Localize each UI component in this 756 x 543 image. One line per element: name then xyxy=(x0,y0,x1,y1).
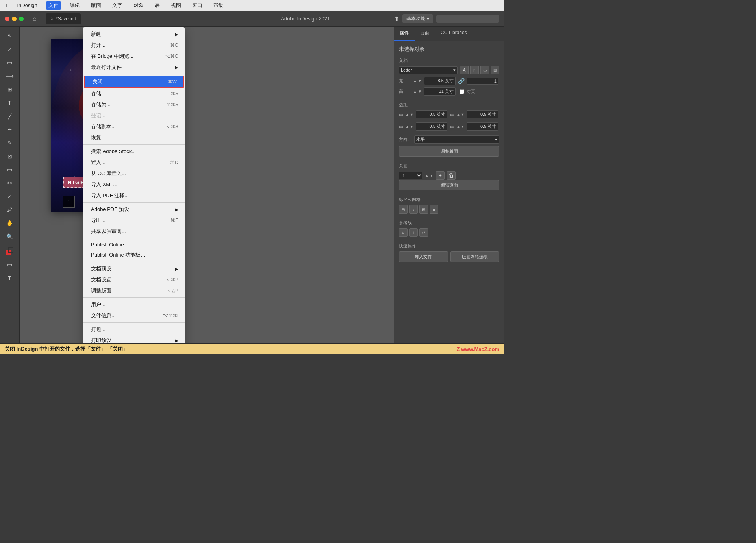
menu-export[interactable]: 导出...⌘E xyxy=(83,215,185,226)
ruler-icon[interactable]: ⊟ xyxy=(399,205,408,214)
guide-icon-3[interactable]: ↵ xyxy=(419,228,428,237)
layout-grid-btn[interactable]: 版面网格选项 xyxy=(450,251,500,262)
page-delete-btn[interactable]: 🗑 xyxy=(447,171,456,180)
margin-top-value[interactable]: 0.5 英寸 xyxy=(416,110,447,118)
menu-print-presets[interactable]: 打印预设▶ xyxy=(83,335,185,343)
preview-mode-btn[interactable]: T xyxy=(4,272,16,284)
pencil-tool[interactable]: ✎ xyxy=(4,137,16,149)
menu-share-review[interactable]: 共享以供审阅... xyxy=(83,226,185,237)
tab-close-btn[interactable]: ✕ xyxy=(50,17,54,21)
menu-recent[interactable]: 最近打开文件▶ xyxy=(83,62,185,73)
tab-cc-libraries[interactable]: CC Libraries xyxy=(435,27,472,41)
menu-doc-presets[interactable]: 文档预设▶ xyxy=(83,263,185,274)
menu-open[interactable]: 打开...⌘O xyxy=(83,40,185,51)
menu-import-pdf[interactable]: 导入 PDF 注释... xyxy=(83,190,185,201)
menu-save-copy[interactable]: 存储副本...⌥⌘S xyxy=(83,121,185,132)
hand-tool[interactable]: ✋ xyxy=(4,217,16,229)
menubar-object[interactable]: 对象 xyxy=(131,1,146,10)
free-transform-tool[interactable]: ⤢ xyxy=(4,190,16,202)
menu-close[interactable]: 关闭⌘W xyxy=(84,76,184,88)
menu-publish-online-dashboard[interactable]: Publish Online 功能板... xyxy=(83,249,185,260)
document-tab[interactable]: ✕ *Save.ind xyxy=(46,13,81,24)
direct-select-tool[interactable]: ↗ xyxy=(4,43,16,55)
menubar-table[interactable]: 表 xyxy=(152,1,162,10)
normal-view-btn[interactable]: ▭ xyxy=(4,259,16,271)
spread-icon[interactable]: ⊟ xyxy=(491,66,499,74)
facing-pages-checkbox[interactable] xyxy=(460,89,464,94)
canvas-area[interactable]: NIGHTWALK GUIDE 1 新建▶ 打开...⌘O 在 Bridge 中… xyxy=(20,27,394,343)
menubar-window[interactable]: 窗口 xyxy=(190,1,205,10)
link-icon[interactable]: 🔗 xyxy=(458,78,465,84)
menu-place-cc[interactable]: 从 CC 库置入... xyxy=(83,168,185,179)
type-tool[interactable]: T xyxy=(4,97,16,109)
page-add-btn[interactable]: + xyxy=(436,171,445,180)
menu-new[interactable]: 新建▶ xyxy=(83,29,185,40)
import-file-btn[interactable]: 导入文件 xyxy=(399,251,448,262)
menu-save-as[interactable]: 存储为...⇧⌘S xyxy=(83,99,185,110)
menubar-view[interactable]: 视图 xyxy=(169,1,183,10)
tab-pages[interactable]: 页面 xyxy=(415,27,435,41)
menubar-layout[interactable]: 版面 xyxy=(89,1,104,10)
tab-properties[interactable]: 属性 xyxy=(394,27,415,41)
letter-icon[interactable]: A xyxy=(460,66,469,74)
width-up-arrow[interactable]: ▲ xyxy=(413,79,417,83)
guide-icon-2[interactable]: + xyxy=(409,228,418,237)
direction-select[interactable]: 水平 ▾ xyxy=(414,135,499,144)
edit-page-btn[interactable]: 编辑页面 xyxy=(399,180,499,190)
eyedropper-tool[interactable]: 🖊 xyxy=(4,204,16,216)
grid-icon-3[interactable]: ≡ xyxy=(430,205,438,214)
line-tool[interactable]: ╱ xyxy=(4,110,16,122)
pages-value[interactable]: 1 xyxy=(467,78,498,85)
minimize-traffic-light[interactable] xyxy=(12,17,17,21)
height-up-arrow[interactable]: ▲ xyxy=(413,89,417,94)
grid-icon-2[interactable]: ⊞ xyxy=(419,205,428,214)
menu-revert[interactable]: 恢复 xyxy=(83,132,185,143)
rectangle-frame-tool[interactable]: ⊠ xyxy=(4,150,16,162)
menu-user[interactable]: 用户... xyxy=(83,299,185,310)
maximize-traffic-light[interactable] xyxy=(19,17,24,21)
menu-file-info[interactable]: 文件信息...⌥⇧⌘I xyxy=(83,310,185,321)
search-input[interactable] xyxy=(436,15,499,23)
menubar-indesign[interactable]: InDesign xyxy=(15,2,39,9)
portrait-icon[interactable]: ▯ xyxy=(470,66,479,74)
zoom-tool[interactable]: 🔍 xyxy=(4,231,16,242)
apple-logo[interactable]:  xyxy=(5,2,7,9)
page-tool[interactable]: ▭ xyxy=(4,57,16,68)
menu-adjust-layout[interactable]: 调整版面...⌥△P xyxy=(83,285,185,296)
margin-left-value[interactable]: 0.5 英寸 xyxy=(467,122,498,131)
select-tool[interactable]: ↖ xyxy=(4,30,16,42)
margin-right-value[interactable]: 0.5 英寸 xyxy=(467,110,498,118)
share-icon[interactable]: ⬆ xyxy=(394,15,399,22)
height-value[interactable]: 11 英寸 xyxy=(424,87,456,96)
width-value[interactable]: 8.5 英寸 xyxy=(424,77,456,85)
workspace-selector[interactable]: 基本功能 ▾ xyxy=(402,14,433,23)
width-down-arrow[interactable]: ▼ xyxy=(418,79,422,83)
menu-bridge[interactable]: 在 Bridge 中浏览...⌥⌘O xyxy=(83,51,185,62)
menu-pdf-presets[interactable]: Adobe PDF 预设▶ xyxy=(83,204,185,215)
menu-package[interactable]: 打包... xyxy=(83,324,185,335)
close-traffic-light[interactable] xyxy=(5,17,9,21)
margin-bottom-value[interactable]: 0.5 英寸 xyxy=(416,122,447,131)
menubar-help[interactable]: 帮助 xyxy=(211,1,226,10)
menubar-text[interactable]: 文字 xyxy=(110,1,125,10)
home-icon[interactable]: ⌂ xyxy=(30,14,39,24)
landscape-icon[interactable]: ▭ xyxy=(480,66,489,74)
grid-icon-1[interactable]: # xyxy=(409,205,418,214)
page-number-select[interactable]: 1 xyxy=(399,172,422,179)
menubar-edit[interactable]: 编辑 xyxy=(67,1,82,10)
gap-tool[interactable]: ⟺ xyxy=(4,70,16,82)
scissors-tool[interactable]: ✂ xyxy=(4,177,16,189)
menu-adobe-stock[interactable]: 搜索 Adobe Stock... xyxy=(83,146,185,157)
content-tool[interactable]: ⊞ xyxy=(4,83,16,95)
doc-size-select[interactable]: Letter ▾ xyxy=(399,66,458,74)
menu-import-xml[interactable]: 导入 XML... xyxy=(83,179,185,190)
rectangle-tool[interactable]: ▭ xyxy=(4,164,16,175)
menu-doc-setup[interactable]: 文档设置...⌥⌘P xyxy=(83,274,185,285)
pen-tool[interactable]: ✒ xyxy=(4,124,16,135)
guide-icon-1[interactable]: # xyxy=(399,228,408,237)
height-down-arrow[interactable]: ▼ xyxy=(418,89,422,94)
adjust-layout-btn[interactable]: 调整版面 xyxy=(399,146,499,157)
menubar-file[interactable]: 文件 xyxy=(46,1,61,10)
menu-publish-online[interactable]: Publish Online... xyxy=(83,240,185,249)
menu-place[interactable]: 置入...⌘D xyxy=(83,157,185,168)
